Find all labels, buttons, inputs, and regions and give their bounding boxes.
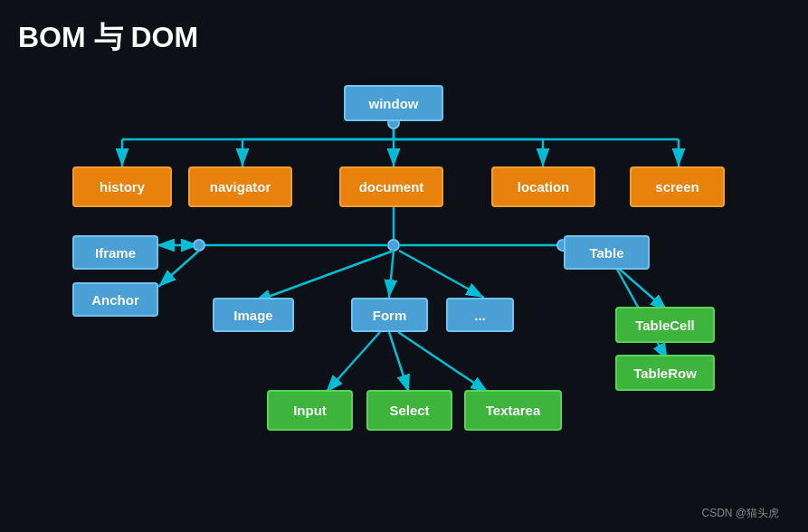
diagram: window history navigator document locati…: [18, 67, 790, 528]
svg-line-26: [389, 332, 409, 393]
node-window: window: [344, 85, 443, 121]
node-document: document: [339, 166, 443, 207]
node-textarea: Textarea: [464, 390, 562, 431]
node-navigator: navigator: [188, 166, 292, 207]
slide-title: BOM 与 DOM: [18, 18, 790, 58]
svg-line-20: [389, 251, 394, 298]
node-table: Table: [564, 235, 650, 270]
svg-point-14: [388, 240, 399, 251]
node-select: Select: [366, 390, 452, 431]
node-screen: screen: [630, 166, 725, 207]
svg-line-16: [253, 251, 394, 302]
node-tablecell: TableCell: [615, 307, 715, 343]
node-tablerow: TableRow: [615, 355, 715, 391]
svg-line-25: [326, 332, 380, 393]
node-image: Image: [213, 298, 294, 332]
node-iframe: Iframe: [72, 235, 158, 270]
node-form: Form: [351, 298, 428, 332]
node-anchor: Anchor: [72, 282, 158, 317]
svg-point-22: [194, 240, 204, 251]
node-input: Input: [267, 390, 353, 431]
watermark: CSDN @猫头虎: [701, 506, 779, 521]
svg-line-24: [158, 251, 199, 287]
slide: BOM 与 DOM: [0, 0, 808, 532]
svg-line-21: [399, 251, 484, 298]
node-location: location: [491, 166, 595, 207]
svg-line-27: [398, 332, 489, 393]
node-dots: ...: [446, 298, 514, 332]
node-history: history: [72, 166, 172, 207]
